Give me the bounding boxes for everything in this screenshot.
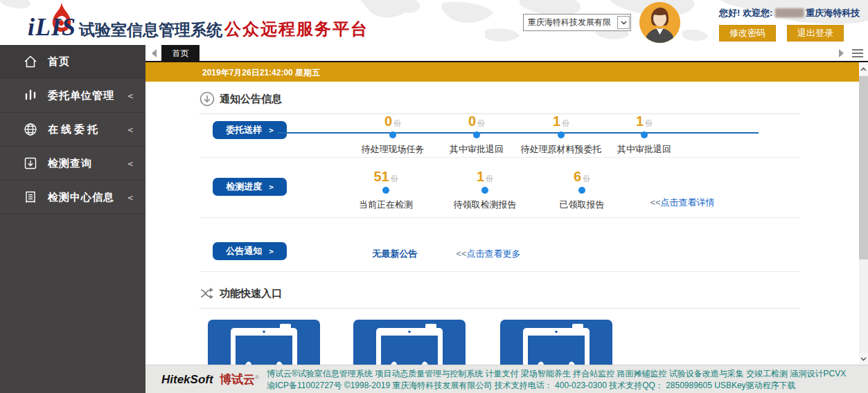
quick-entry-card-2[interactable]	[353, 320, 466, 365]
tab-home[interactable]: 首页	[161, 45, 200, 62]
timeline-dot	[382, 187, 389, 194]
stat-unit: 份	[562, 119, 569, 127]
view-details-link[interactable]: <<点击查看详情	[650, 196, 714, 209]
current-datetime: 2019年7月26日21:42:00 星期五	[202, 67, 320, 79]
registered-mark: ®	[255, 374, 259, 381]
date-bar: 2019年7月26日21:42:00 星期五	[145, 62, 859, 82]
stat-value: 6	[574, 169, 581, 184]
sidebar-item-label: 首页	[48, 55, 70, 68]
quick-entry-card-3[interactable]: 10+	[500, 320, 612, 365]
stat-value: 1	[636, 113, 644, 129]
link-text: 点击查看详情	[661, 197, 715, 208]
masked-username: ██████	[775, 8, 804, 17]
timeline-dot	[641, 131, 648, 138]
welcome-greeting: 您好! 欢迎您:	[719, 8, 772, 18]
welcome-line: 您好! 欢迎您: ██████ 重庆海特科技	[719, 7, 861, 19]
stat-value: 0	[384, 113, 392, 129]
sidebar-item-test-center-info[interactable]: 检测中心信息 <	[0, 181, 145, 214]
download-box-icon	[24, 156, 37, 170]
footer-text: 博试云®试验室信息管理系统 项目动态质量管理与控制系统 计量支付 梁场智能养生 …	[267, 367, 846, 392]
logout-button[interactable]: 退出登录	[787, 25, 844, 42]
welcome-block: 您好! 欢迎您: ██████ 重庆海特科技 修改密码 退出登录	[719, 7, 861, 42]
vertical-scrollbar	[859, 64, 868, 365]
timeline-dot	[558, 131, 565, 138]
view-more-link[interactable]: <<点击查看更多	[456, 248, 520, 260]
receipt-icon	[24, 190, 37, 204]
ilis-logo-text: iLIS	[28, 12, 76, 42]
page-content: 通知公告信息 委托送样 > 0份 待处理现场任务 0份 其中审批退回	[145, 83, 859, 365]
sidebar-item-label: 委托单位管理	[48, 89, 114, 102]
chevron-left-icon: <	[127, 125, 133, 135]
chevron-left-icon: <	[127, 91, 133, 101]
quick-entry-section-title: 功能快速入口	[220, 287, 282, 300]
tab-list-menu-icon[interactable]	[852, 48, 863, 58]
chevron-right-icon: >	[269, 247, 274, 256]
scrollbar-up-arrow[interactable]	[859, 64, 868, 75]
tab-bar: 首页	[145, 45, 868, 62]
notice-row-test-progress: 检测进度 > 51份 当前正在检测 1份 待领取检测报告 6份 已领取报告	[200, 158, 800, 218]
stat-label: 已领取报告	[516, 199, 648, 211]
company-select[interactable]: 重庆海特科技发展有限	[523, 14, 631, 31]
circle-down-arrow-icon	[200, 91, 215, 107]
page-footer: HitekSoft 博试云® 博试云®试验室信息管理系统 项目动态质量管理与控制…	[145, 365, 868, 393]
chevron-right-icon: >	[269, 126, 274, 135]
system-title: 试验室信息管理系统	[79, 19, 222, 41]
chevron-left-icon: <	[127, 192, 133, 203]
stat-reports-collected: 6份 已领取报告	[516, 170, 648, 211]
chevron-right-icon: >	[269, 183, 274, 192]
header-buttons: 修改密码 退出登录	[719, 25, 861, 42]
stat-unit: 份	[583, 174, 590, 183]
footer-products-line: 博试云®试验室信息管理系统 项目动态质量管理与控制系统 计量支付 梁场智能养生 …	[267, 367, 846, 380]
sidebar-nav: 首页 委托单位管理 < 在线委托 < 检测查询 < 检测中心信息 <	[0, 45, 145, 393]
timeline-dot	[481, 187, 488, 194]
link-text: 点击查看更多	[467, 248, 521, 259]
quick-entry-section-header: 功能快速入口	[200, 286, 800, 309]
scrollbar-thumb[interactable]	[859, 76, 868, 259]
tablet-hands-toolbar-icon	[208, 320, 320, 365]
tablet-hands-badge-icon: 10+	[500, 320, 612, 365]
quick-entry-card-1[interactable]	[208, 320, 320, 365]
female-user-icon	[639, 2, 680, 43]
tablet-hands-check-icon	[353, 320, 466, 365]
footer-copyright-line: 渝ICP备11002727号 ©1998-2019 重庆海特科技发展有限公司 技…	[267, 380, 846, 392]
button-label: 公告通知	[226, 245, 262, 257]
sidebar-item-label: 检测查询	[48, 157, 92, 170]
no-announcements-text: 无最新公告	[373, 248, 418, 260]
company-select-value: 重庆海特科技发展有限	[524, 17, 617, 28]
stat-unit: 份	[486, 174, 493, 183]
stat-unit: 份	[393, 119, 401, 127]
stat-unit: 份	[391, 174, 398, 183]
globe-icon	[24, 122, 37, 136]
button-label: 检测进度	[226, 181, 262, 193]
tab-scroll-right-icon[interactable]	[838, 48, 845, 58]
sidebar-item-client-management[interactable]: 委托单位管理 <	[0, 79, 145, 113]
footer-logo: HitekSoft 博试云®	[161, 372, 259, 387]
chevron-down-icon[interactable]	[617, 16, 630, 29]
main-area: 首页 2019年7月26日21:42:00 星期五 通知公告信息 委托送样 >	[145, 45, 868, 393]
notice-section-title: 通知公告信息	[220, 93, 282, 106]
sidebar-item-online-commission[interactable]: 在线委托 <	[0, 113, 145, 147]
test-progress-button[interactable]: 检测进度 >	[213, 178, 287, 196]
shuffle-arrows-icon	[200, 286, 215, 301]
scrollbar-down-arrow[interactable]	[859, 354, 868, 365]
stat-value: 0	[468, 113, 476, 129]
change-password-button[interactable]: 修改密码	[719, 25, 776, 42]
tab-scroll-left-icon[interactable]	[150, 48, 157, 58]
welcome-company: 重庆海特科技	[806, 8, 860, 18]
stat-value: 51	[373, 169, 389, 184]
stat-approval-returned-2: 1份 其中审批退回	[578, 114, 710, 156]
announcements-button[interactable]: 公告通知 >	[213, 242, 287, 260]
notice-section-header: 通知公告信息	[200, 91, 800, 114]
stat-label: 其中审批退回	[578, 143, 710, 156]
sample-delivery-button[interactable]: 委托送样 >	[213, 121, 287, 139]
stat-unit: 份	[477, 119, 485, 127]
button-label: 委托送样	[226, 124, 262, 136]
link-prefix: <<	[650, 197, 660, 208]
stat-value: 1	[477, 169, 484, 184]
footer-logo-en: HitekSoft	[161, 373, 213, 386]
bar-chart-icon	[24, 89, 37, 102]
sidebar-item-home[interactable]: 首页	[0, 45, 145, 79]
avatar[interactable]	[639, 2, 680, 43]
sidebar-item-test-query[interactable]: 检测查询 <	[0, 147, 145, 181]
notice-row-announcements: 公告通知 > 无最新公告 <<点击查看更多	[200, 218, 800, 272]
